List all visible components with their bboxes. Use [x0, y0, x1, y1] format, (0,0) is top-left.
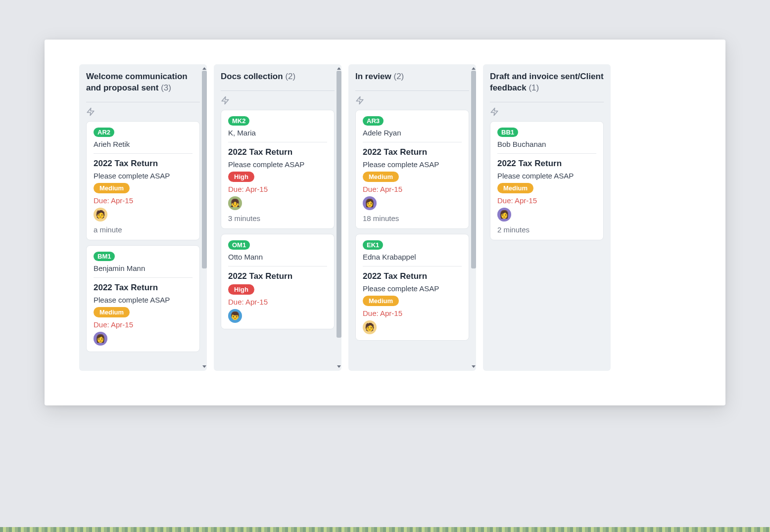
client-name: K, Maria: [228, 129, 327, 137]
column-title: Welcome communication and proposal sent: [86, 72, 188, 92]
assignee-avatar[interactable]: 👧: [228, 196, 242, 210]
due-date: Due: Apr-15: [363, 309, 462, 317]
scroll-down-icon[interactable]: [202, 365, 206, 368]
card-list: AR3Adele Ryan2022 Tax ReturnPlease compl…: [355, 110, 469, 341]
divider: [86, 102, 200, 102]
column-count: (2): [394, 72, 404, 81]
column-header: Docs collection (2): [221, 71, 335, 88]
column-header: Draft and invoice sent/Client feedback (…: [490, 71, 604, 99]
client-code-badge: AR2: [94, 128, 114, 137]
scroll-down-icon[interactable]: [472, 365, 476, 368]
divider: [94, 277, 192, 278]
divider: [228, 142, 327, 142]
client-name: Edna Krabappel: [363, 253, 462, 261]
task-card[interactable]: AR2Arieh Retik2022 Tax ReturnPlease comp…: [86, 121, 200, 240]
divider: [490, 102, 604, 102]
scroll-track[interactable]: [202, 71, 207, 364]
column-header: Welcome communication and proposal sent …: [86, 71, 200, 99]
lightning-icon[interactable]: [355, 96, 469, 105]
due-date: Due: Apr-15: [363, 185, 462, 193]
due-date: Due: Apr-15: [497, 196, 596, 205]
svg-marker-1: [222, 96, 229, 104]
client-code-badge: OM1: [228, 240, 250, 250]
client-code-badge: AR3: [363, 116, 384, 126]
card-list: AR2Arieh Retik2022 Tax ReturnPlease comp…: [86, 121, 200, 352]
column-title: Docs collection: [221, 72, 283, 81]
task-card[interactable]: BB1Bob Buchanan2022 Tax ReturnPlease com…: [490, 121, 604, 240]
svg-marker-2: [356, 96, 363, 104]
board-column: In review (2)AR3Adele Ryan2022 Tax Retur…: [348, 64, 476, 371]
task-description: Please complete ASAP: [497, 172, 596, 180]
kanban-board: Welcome communication and proposal sent …: [79, 64, 691, 381]
divider: [221, 90, 335, 91]
task-description: Please complete ASAP: [94, 172, 192, 180]
board-column: Welcome communication and proposal sent …: [79, 64, 207, 371]
card-list: BB1Bob Buchanan2022 Tax ReturnPlease com…: [490, 121, 604, 240]
task-card[interactable]: AR3Adele Ryan2022 Tax ReturnPlease compl…: [355, 110, 469, 229]
task-title: 2022 Tax Return: [94, 159, 192, 169]
column-count: (1): [529, 83, 539, 92]
scroll-up-icon[interactable]: [472, 67, 476, 70]
scrollbar[interactable]: [201, 67, 208, 368]
board-column: Draft and invoice sent/Client feedback (…: [483, 64, 611, 371]
task-description: Please complete ASAP: [363, 160, 462, 169]
priority-badge: High: [228, 172, 254, 182]
priority-badge: Medium: [94, 183, 130, 193]
scroll-thumb[interactable]: [202, 71, 207, 268]
divider: [363, 266, 462, 266]
assignee-avatar[interactable]: 🧑: [94, 208, 107, 222]
assignee-avatar[interactable]: 👦: [228, 309, 242, 323]
column-title: In review: [355, 72, 391, 81]
priority-badge: Medium: [363, 172, 399, 182]
scroll-track[interactable]: [471, 71, 476, 364]
task-card[interactable]: EK1Edna Krabappel2022 Tax ReturnPlease c…: [355, 234, 469, 341]
priority-badge: High: [228, 284, 254, 295]
scroll-up-icon[interactable]: [202, 67, 206, 70]
due-date: Due: Apr-15: [228, 185, 327, 193]
scroll-down-icon[interactable]: [337, 365, 341, 368]
scrollbar[interactable]: [336, 67, 342, 368]
task-title: 2022 Tax Return: [363, 147, 462, 157]
assignee-avatar[interactable]: 👩: [94, 332, 107, 346]
due-date: Due: Apr-15: [228, 298, 327, 306]
app-window: Welcome communication and proposal sent …: [45, 40, 725, 405]
task-card[interactable]: BM1Benjamin Mann2022 Tax ReturnPlease co…: [86, 245, 200, 352]
scrollbar[interactable]: [470, 67, 477, 368]
task-description: Please complete ASAP: [94, 296, 192, 304]
client-name: Bob Buchanan: [497, 140, 596, 148]
divider: [228, 266, 327, 266]
client-name: Benjamin Mann: [94, 264, 192, 272]
scroll-track[interactable]: [337, 71, 341, 364]
assignee-avatar[interactable]: 🧑: [363, 320, 377, 334]
column-title: Draft and invoice sent/Client feedback: [490, 72, 604, 92]
scroll-thumb[interactable]: [337, 71, 341, 338]
due-date: Due: Apr-15: [94, 320, 192, 329]
lightning-icon[interactable]: [221, 96, 335, 105]
time-ago: 18 minutes: [363, 214, 462, 222]
card-list: MK2K, Maria2022 Tax ReturnPlease complet…: [221, 110, 335, 329]
assignee-avatar[interactable]: 👩: [363, 196, 377, 210]
task-card[interactable]: MK2K, Maria2022 Tax ReturnPlease complet…: [221, 110, 335, 229]
task-title: 2022 Tax Return: [94, 283, 192, 293]
client-code-badge: MK2: [228, 116, 249, 126]
task-title: 2022 Tax Return: [497, 159, 596, 169]
client-code-badge: BB1: [497, 128, 518, 137]
client-name: Arieh Retik: [94, 140, 192, 148]
client-name: Otto Mann: [228, 253, 327, 261]
time-ago: 2 minutes: [497, 225, 596, 234]
scroll-up-icon[interactable]: [337, 67, 341, 70]
divider: [94, 153, 192, 154]
scroll-thumb[interactable]: [471, 71, 476, 268]
assignee-avatar[interactable]: 👩: [497, 208, 511, 222]
board-column: Docs collection (2)MK2K, Maria2022 Tax R…: [214, 64, 341, 371]
priority-badge: Medium: [94, 307, 130, 317]
priority-badge: Medium: [363, 296, 399, 306]
decorative-footer-strip: [0, 527, 770, 532]
task-card[interactable]: OM1Otto Mann2022 Tax ReturnHighDue: Apr-…: [221, 234, 335, 329]
task-title: 2022 Tax Return: [228, 147, 327, 157]
divider: [363, 142, 462, 142]
divider: [355, 90, 469, 91]
task-description: Please complete ASAP: [228, 160, 327, 169]
lightning-icon[interactable]: [86, 107, 200, 116]
lightning-icon[interactable]: [490, 107, 604, 116]
